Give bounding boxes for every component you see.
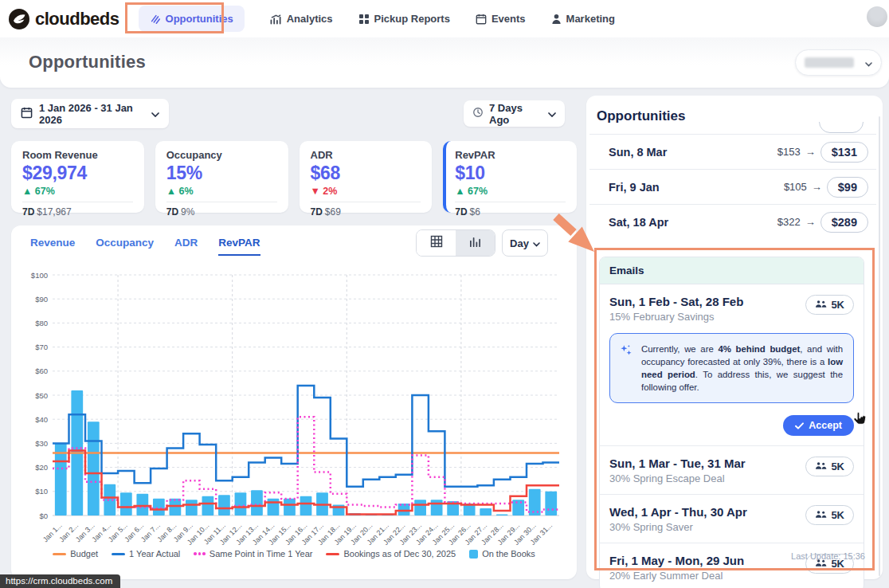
- kpi-value: $29,974: [22, 163, 133, 184]
- nav-item-pickup-reports[interactable]: Pickup Reports: [358, 13, 450, 25]
- nav-item-events[interactable]: Events: [476, 13, 526, 25]
- nav-item-opportunities[interactable]: Opportunities: [139, 6, 245, 32]
- arrow-glyph: →: [805, 146, 816, 158]
- nav-item-marketing[interactable]: Marketing: [551, 13, 615, 25]
- people-icon: [815, 299, 827, 311]
- panel-scrollbar[interactable]: [879, 116, 880, 576]
- email-items: Sun, 1 Feb - Sat, 28 Feb 15% February Sa…: [600, 284, 864, 588]
- chevron-down-icon: [533, 237, 540, 249]
- new-price-pill[interactable]: $131: [820, 142, 868, 163]
- bar-chart-icon: [469, 236, 481, 251]
- accept-button[interactable]: Accept: [783, 415, 854, 436]
- audience-count: 5K: [831, 461, 844, 472]
- pickup-reports-icon: [358, 14, 370, 25]
- svg-text:$10: $10: [35, 487, 48, 496]
- page-title: Opportunities: [29, 52, 146, 73]
- brand-name: cloudbeds: [35, 9, 119, 29]
- clipped-list-row: - - -: [819, 122, 864, 134]
- people-icon: [815, 461, 827, 472]
- ai-message: Currently, we are 4% behind budget, and …: [641, 343, 843, 394]
- new-price-pill[interactable]: $99: [827, 177, 868, 198]
- kpi-card-adr[interactable]: ADR $68 ▼ 2% 7D$69: [300, 141, 433, 213]
- opportunity-rows: Sun, 8 Mar $153 → $131 Fri, 9 Jan $105 →…: [589, 134, 876, 239]
- svg-text:$80: $80: [35, 319, 48, 327]
- old-price: $153: [777, 146, 801, 158]
- user-avatar[interactable]: [867, 6, 887, 27]
- table-view-button[interactable]: [417, 230, 456, 256]
- calendar-icon: [21, 107, 33, 121]
- kpi-previous-period: 7D9%: [166, 206, 277, 218]
- chart-card: RevenueOccupancyADRRevPAR Day $0$10$20$3…: [11, 225, 577, 579]
- email-date-range: Sun, 1 Feb - Sat, 28 Feb: [609, 295, 743, 308]
- date-range-value: 1 Jan 2026 - 31 Jan 2026: [39, 102, 145, 126]
- email-item[interactable]: Fri, 1 May - Mon, 29 Jun 20% Early Summe…: [600, 543, 864, 588]
- old-price: $105: [784, 181, 807, 193]
- opportunity-row[interactable]: Fri, 9 Jan $105 → $99: [589, 169, 876, 204]
- email-offer-name: 30% Spring Saver: [609, 521, 747, 533]
- clipped-price-pill[interactable]: - - -: [819, 122, 864, 133]
- date-range-picker[interactable]: 1 Jan 2026 - 31 Jan 2026: [11, 99, 169, 128]
- chart-view-button[interactable]: [456, 230, 495, 256]
- kpi-label: RevPAR: [455, 149, 566, 161]
- arrow-glyph: →: [812, 181, 822, 193]
- tab-occupancy[interactable]: Occupancy: [96, 237, 154, 256]
- legend-bookings-as-of-dec-30-2025: Bookings as of Dec 30, 2025: [326, 549, 456, 559]
- email-item[interactable]: Sun, 1 Feb - Sat, 28 Feb 15% February Sa…: [600, 284, 864, 445]
- audience-count: 5K: [831, 509, 844, 521]
- chevron-down-icon: [151, 108, 159, 120]
- email-offer-name: 15% February Savings: [609, 311, 743, 323]
- tab-revenue[interactable]: Revenue: [30, 237, 75, 256]
- svg-text:$90: $90: [35, 295, 48, 304]
- kpi-card-occupancy[interactable]: Occupancy 15% ▲ 6% 7D9%: [155, 141, 288, 213]
- email-item[interactable]: Sun, 1 Mar - Tue, 31 Mar 30% Spring Esca…: [600, 445, 864, 494]
- emails-card: Emails Sun, 1 Feb - Sat, 28 Feb 15% Febr…: [599, 257, 864, 588]
- chevron-down-icon: [548, 108, 556, 120]
- granularity-dropdown[interactable]: Day: [502, 229, 548, 257]
- analytics-icon: [270, 14, 282, 25]
- property-selector-dropdown[interactable]: [795, 49, 882, 76]
- legend-1-year-actual: 1 Year Actual: [112, 549, 180, 559]
- email-date-range: Sun, 1 Mar - Tue, 31 Mar: [609, 457, 746, 470]
- granularity-value: Day: [510, 237, 529, 249]
- audience-pill[interactable]: 5K: [805, 295, 854, 315]
- kpi-previous-period: 7D$69: [311, 206, 421, 218]
- kpi-label: Room Revenue: [22, 149, 133, 161]
- marketing-icon: [551, 14, 562, 25]
- kpi-label: Occupancy: [166, 149, 277, 161]
- audience-count: 5K: [831, 299, 844, 311]
- audience-pill[interactable]: 5K: [805, 457, 854, 476]
- svg-text:$20: $20: [35, 463, 48, 472]
- opportunity-row[interactable]: Sun, 8 Mar $153 → $131: [589, 134, 876, 169]
- kpi-label: ADR: [311, 149, 421, 161]
- kpi-card-revpar[interactable]: RevPAR $10 ▲ 67% 7D$6: [443, 141, 577, 213]
- legend-swatch: [53, 553, 66, 555]
- svg-text:$50: $50: [35, 391, 48, 400]
- kpi-delta: ▲ 6%: [166, 186, 277, 202]
- legend-swatch: [194, 552, 206, 555]
- compare-period-dropdown[interactable]: 7 Days Ago: [464, 100, 565, 127]
- chevron-down-icon: [865, 56, 872, 70]
- compare-period-value: 7 Days Ago: [489, 102, 542, 126]
- new-price-pill[interactable]: $289: [820, 212, 868, 233]
- tab-revpar[interactable]: RevPAR: [218, 237, 260, 256]
- svg-text:$0: $0: [39, 512, 48, 520]
- last-update-label: Last Update: 15:36: [594, 551, 865, 561]
- cloudbeds-logo[interactable]: cloudbeds: [8, 8, 119, 30]
- legend-swatch: [112, 553, 125, 555]
- redacted-property-name: [805, 57, 854, 68]
- tab-adr[interactable]: ADR: [174, 237, 198, 256]
- nav-item-analytics[interactable]: Analytics: [270, 13, 333, 25]
- email-offer-name: 20% Early Summer Deal: [609, 570, 744, 582]
- kpi-value: 15%: [166, 163, 277, 184]
- kpi-delta: ▲ 67%: [22, 186, 133, 202]
- svg-text:$30: $30: [35, 439, 48, 448]
- audience-pill[interactable]: 5K: [805, 505, 854, 525]
- opportunity-date: Sat, 18 Apr: [609, 216, 668, 229]
- opportunity-row[interactable]: Sat, 18 Apr $322 → $289: [589, 204, 876, 239]
- kpi-card-room-revenue[interactable]: Room Revenue $29,974 ▲ 67% 7D$17,967: [11, 141, 144, 213]
- events-icon: [476, 14, 487, 25]
- email-offer-name: 30% Spring Escape Deal: [609, 472, 746, 484]
- kpi-previous-period: 7D$6: [455, 206, 566, 218]
- kpi-value: $10: [455, 163, 566, 184]
- email-item[interactable]: Wed, 1 Apr - Thu, 30 Apr 30% Spring Save…: [600, 494, 864, 543]
